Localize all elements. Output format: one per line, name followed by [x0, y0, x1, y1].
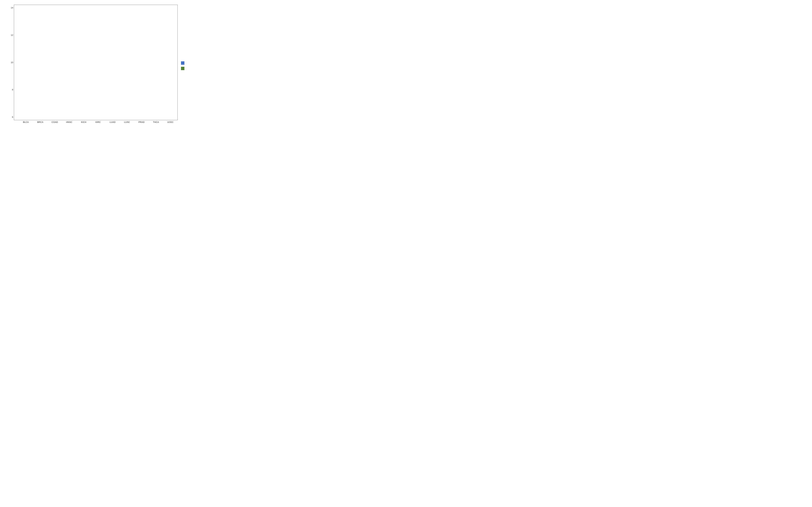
svg-point-560	[166, 68, 166, 69]
svg-point-538	[156, 51, 156, 51]
svg-point-135	[50, 68, 51, 69]
legend	[177, 5, 200, 123]
svg-point-497	[152, 75, 152, 75]
svg-point-495	[152, 78, 152, 78]
svg-point-564	[166, 62, 167, 62]
svg-point-547	[166, 89, 167, 89]
svg-point-389	[122, 87, 123, 88]
svg-point-482	[141, 67, 142, 68]
svg-point-274	[83, 67, 84, 67]
svg-point-30	[21, 63, 21, 64]
svg-point-50	[25, 83, 26, 84]
svg-point-444	[137, 75, 138, 76]
svg-point-373	[112, 47, 112, 48]
svg-point-48	[25, 87, 26, 88]
svg-point-240	[79, 65, 80, 66]
svg-point-115	[39, 64, 40, 64]
svg-point-415	[126, 65, 127, 66]
svg-point-534	[156, 56, 156, 56]
svg-point-502	[151, 67, 152, 68]
svg-point-132	[50, 71, 51, 72]
svg-point-445	[137, 73, 138, 74]
svg-point-429	[126, 47, 127, 48]
svg-point-368	[112, 54, 113, 54]
y-tick: 12	[11, 34, 14, 36]
svg-point-319	[98, 72, 98, 72]
svg-point-211	[68, 75, 69, 76]
svg-point-337	[108, 74, 109, 75]
svg-point-447	[137, 71, 138, 71]
svg-point-265	[83, 79, 84, 80]
svg-point-170	[54, 61, 54, 62]
legend-box-tumor	[181, 61, 185, 65]
svg-point-63	[25, 62, 26, 63]
svg-point-101	[39, 79, 40, 80]
svg-point-381	[112, 37, 113, 38]
svg-point-554	[166, 77, 166, 78]
svg-point-130	[49, 74, 50, 74]
svg-point-371	[112, 50, 113, 51]
svg-point-231	[79, 83, 80, 84]
svg-point-283	[93, 86, 94, 86]
svg-point-301	[93, 58, 94, 59]
svg-point-481	[141, 68, 142, 69]
svg-point-536	[156, 53, 156, 54]
svg-point-92	[35, 96, 36, 97]
svg-point-587	[170, 72, 171, 73]
svg-point-178	[64, 96, 65, 96]
svg-point-190	[64, 74, 65, 74]
svg-point-420	[126, 59, 127, 59]
svg-point-503	[152, 66, 152, 66]
svg-point-496	[152, 76, 152, 77]
svg-point-342	[108, 63, 109, 64]
svg-point-510	[152, 55, 152, 56]
svg-point-87	[35, 57, 36, 58]
svg-point-421	[126, 57, 127, 58]
main-chart-svg	[14, 5, 177, 120]
svg-point-511	[152, 54, 152, 54]
svg-point-523	[156, 70, 156, 70]
svg-point-168	[54, 63, 54, 64]
svg-point-241	[79, 63, 79, 64]
svg-point-212	[68, 74, 69, 75]
svg-point-179	[64, 94, 65, 94]
svg-point-234	[79, 77, 80, 78]
svg-point-270	[83, 72, 84, 73]
svg-point-86	[35, 59, 36, 59]
svg-point-527	[156, 65, 156, 65]
svg-point-449	[137, 68, 137, 68]
legend-box-normal	[181, 67, 185, 70]
svg-point-450	[137, 66, 138, 67]
svg-point-443	[137, 76, 138, 77]
svg-point-25	[21, 74, 21, 74]
svg-point-406	[122, 53, 123, 54]
svg-point-58	[25, 70, 26, 71]
svg-point-556	[166, 74, 167, 75]
svg-point-524	[156, 68, 156, 69]
svg-point-341	[108, 65, 109, 66]
x-tick-label: LUAD	[105, 121, 120, 123]
y-tick: 14	[11, 6, 14, 9]
svg-point-163	[54, 68, 54, 69]
svg-point-388	[122, 89, 123, 90]
svg-point-18	[21, 89, 21, 90]
svg-point-390	[122, 85, 123, 86]
svg-point-72	[35, 81, 36, 82]
svg-point-267	[83, 76, 84, 77]
svg-point-317	[97, 73, 98, 74]
svg-point-453	[137, 62, 138, 63]
svg-point-109	[39, 70, 40, 71]
svg-point-217	[68, 69, 69, 70]
svg-point-257	[83, 90, 84, 91]
svg-point-36	[21, 51, 21, 51]
x-tick-label: LUSC	[120, 121, 134, 123]
svg-point-138	[50, 65, 51, 65]
svg-point-285	[93, 82, 94, 83]
svg-point-192	[64, 70, 65, 71]
svg-point-91	[35, 51, 36, 51]
svg-point-313	[98, 77, 98, 78]
svg-point-300	[93, 60, 94, 60]
svg-point-539	[156, 49, 156, 50]
svg-point-501	[152, 69, 152, 69]
svg-point-78	[35, 72, 36, 72]
